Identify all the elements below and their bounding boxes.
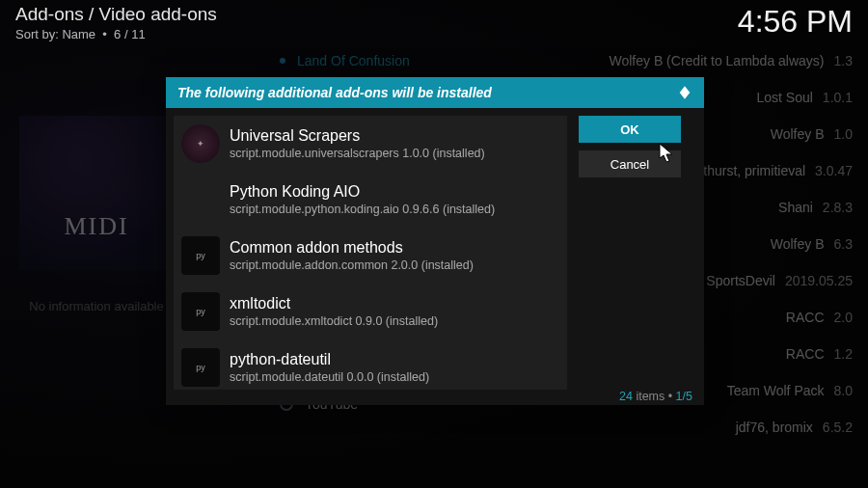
addon-list-item[interactable]: py Common addon methods script.module.ad… [174,228,567,284]
addon-list-item[interactable]: py xmltodict script.module.xmltodict 0.9… [174,284,567,339]
poster-panel: MIDI No information available [19,116,174,313]
python-icon: py [181,348,220,387]
addon-detail: script.module.universalscrapers 1.0.0 (i… [230,147,485,160]
install-dependencies-dialog: The following additional add-ons will be… [166,77,704,405]
no-info-label: No information available [19,299,174,313]
dialog-title: The following additional add-ons will be… [177,85,492,100]
addon-list-item[interactable]: ✦ Universal Scrapers script.module.unive… [174,116,567,172]
dialog-header: The following additional add-ons will be… [166,77,704,108]
ok-button[interactable]: OK [579,116,681,143]
bullet-icon [280,58,285,64]
addon-icon: ✦ [181,124,220,163]
addon-poster: MIDI [19,116,174,270]
kodi-logo-icon [677,85,692,100]
addon-detail: script.module.python.koding.aio 0.9.6.6 … [230,203,495,216]
addon-list[interactable]: ✦ Universal Scrapers script.module.unive… [174,116,567,390]
addon-list-item[interactable]: py python-dateutil script.module.dateuti… [174,339,567,390]
addon-name: Universal Scrapers [230,127,485,145]
dialog-footer: 24 items • 1/5 [619,390,692,403]
addon-detail: script.module.xmltodict 0.9.0 (installed… [230,314,438,328]
addon-name: xmltodict [230,295,438,312]
clock: 4:56 PM [738,4,853,40]
sort-indicator: Sort by: Name • 6 / 11 [15,27,217,41]
addon-name: python-dateutil [230,351,429,368]
addon-list-item[interactable]: Python Koding AIO script.module.python.k… [174,172,567,228]
addon-name: Common addon methods [230,239,474,257]
header-bar: Add-ons / Video add-ons Sort by: Name • … [15,4,853,41]
background-item-label: Land Of Confusion [297,53,410,68]
python-icon: py [181,236,220,275]
addon-detail: script.module.addon.common 2.0.0 (instal… [230,258,474,272]
addon-detail: script.module.dateutil 0.0.0 (installed) [230,370,429,384]
addon-name: Python Koding AIO [230,183,495,201]
breadcrumb: Add-ons / Video add-ons [15,4,217,25]
python-icon: py [181,292,220,331]
cancel-button[interactable]: Cancel [579,150,681,177]
